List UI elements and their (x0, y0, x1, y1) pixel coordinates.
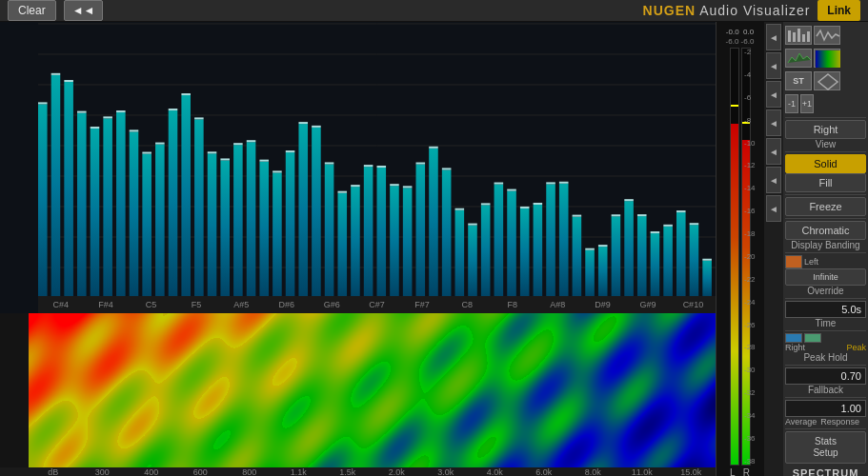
arrow-btn-3[interactable]: ◄ (766, 81, 781, 108)
topbar: Clear ◄◄ NUGEN Audio Visualizer Link (0, 0, 868, 22)
svg-rect-5 (816, 50, 840, 68)
left-color-box (785, 255, 802, 268)
note-label: F#4 (83, 300, 128, 309)
meter-db-label: -34 (744, 411, 763, 420)
meter-scale-row2: -6.0 -6.0 (726, 37, 755, 46)
meter-bar-left (730, 48, 739, 466)
time-input[interactable] (785, 301, 866, 318)
solid-button[interactable]: Solid (785, 154, 866, 173)
average-label: Average (785, 417, 817, 426)
note-label: F5 (173, 300, 218, 309)
note-label: D#6 (264, 300, 309, 309)
view-icons-row4: -1 +1 (785, 92, 866, 115)
note-label: C5 (129, 300, 173, 309)
response-input[interactable] (785, 400, 866, 417)
note-labels: C#4F#4C5F5A#5D#6G#6C#7F#7C8F8A#8D#9G#9C#… (38, 296, 716, 313)
meter-db-label: -26 (744, 321, 763, 329)
meter-db-label: -10 (744, 139, 763, 148)
panel-inner: ◄ ◄ ◄ ◄ ◄ ◄ ◄ (764, 22, 868, 476)
note-label: C8 (445, 300, 490, 309)
freq-label: 11.0k (617, 467, 667, 476)
spectrogram-canvas[interactable] (0, 313, 716, 467)
svg-marker-6 (818, 74, 838, 89)
r-label: R (743, 467, 750, 476)
meter-db-label: -18 (744, 229, 763, 238)
view-btn-st[interactable]: ST (785, 71, 812, 90)
spectrogram: dB dB3004006008001.1k1.5k2.0k3.0k4.0k6.0… (0, 313, 716, 476)
arrows-column: ◄ ◄ ◄ ◄ ◄ ◄ ◄ (764, 22, 783, 476)
svg-rect-3 (802, 34, 805, 42)
fill-button[interactable]: Fill (785, 173, 866, 192)
meter-db-labels: -2-4-6-8-10-12-14-16-18-20-22-24-26-28-3… (744, 46, 763, 467)
channel-button[interactable]: Right (785, 120, 866, 139)
note-label: D#9 (580, 300, 625, 309)
svg-rect-4 (807, 31, 810, 42)
left-channel-label: Left (804, 257, 866, 267)
app-title: NUGEN Audio Visualizer (643, 3, 811, 18)
freq-label: 4.0k (471, 467, 520, 476)
chromatic-button[interactable]: Chromatic (785, 221, 866, 240)
note-label: C#4 (38, 300, 83, 309)
meter-fill-left (731, 124, 738, 465)
freq-label: 15.0k (667, 467, 717, 476)
left-override-row: Left (785, 255, 866, 268)
stats-setup-row: Stats Setup (785, 431, 866, 464)
fallback-input[interactable] (785, 367, 866, 385)
avg-response-row: Average Response (785, 417, 866, 426)
spectrum-area: -10.0dB-20.0dB-30.0dB-40.0dB-50.0dB-60.0… (0, 22, 716, 476)
view-btn-wave[interactable] (814, 26, 840, 45)
link-button[interactable]: Link (818, 0, 860, 21)
view-btn-bars[interactable] (785, 26, 812, 45)
freq-label: 1.5k (323, 467, 373, 476)
peak-color-box (804, 333, 821, 343)
clear-button[interactable]: Clear (8, 0, 56, 21)
minus-one-btn[interactable]: -1 (785, 94, 798, 113)
arrow-btn-2[interactable]: ◄ (766, 52, 781, 79)
spectrum-label: SPECTRUM (785, 464, 866, 476)
freq-label: 600 (176, 467, 226, 476)
svg-rect-1 (793, 32, 796, 42)
plus-one-btn[interactable]: +1 (800, 94, 814, 113)
app: Clear ◄◄ NUGEN Audio Visualizer Link -10… (0, 0, 868, 476)
infinite-button[interactable]: Infinite (785, 268, 866, 286)
peak-hold-row (785, 333, 866, 343)
svg-rect-0 (788, 30, 791, 42)
meter-db-label: -4 (744, 70, 763, 79)
note-label: A#5 (219, 300, 264, 309)
freq-label: 800 (225, 467, 274, 476)
view-btn-spec[interactable] (814, 49, 840, 68)
title-nugen: NUGEN (643, 3, 696, 18)
arrow-btn-7[interactable]: ◄ (766, 195, 781, 222)
note-label: C#10 (671, 300, 716, 309)
meter-db-label: -6 (744, 93, 763, 102)
title-rest: Audio Visualizer (696, 3, 810, 18)
display-banding-label: Display Banding (785, 240, 866, 250)
freq-label: 1.1k (274, 467, 324, 476)
meter-peak-left (731, 105, 738, 107)
arrow-btn-5[interactable]: ◄ (766, 138, 781, 165)
lr-label: L R (730, 467, 750, 476)
back-button[interactable]: ◄◄ (64, 0, 104, 21)
arrow-btn-1[interactable]: ◄ (766, 24, 781, 50)
view-btn-diamond[interactable] (814, 71, 840, 90)
freq-label: 8.0k (569, 467, 618, 476)
freq-label: 2.0k (373, 467, 422, 476)
freq-label: 6.0k (519, 467, 569, 476)
freeze-button[interactable]: Freeze (785, 197, 866, 216)
note-label: G#9 (625, 300, 670, 309)
meter-db-label: -14 (744, 184, 763, 192)
time-label: Time (785, 318, 866, 328)
meter-db-label: -28 (744, 343, 763, 351)
peak-label: Peak (846, 343, 866, 352)
arrow-btn-4[interactable]: ◄ (766, 109, 781, 136)
meter-bars: -2-4-6-8-10-12-14-16-18-20-22-24-26-28-3… (717, 46, 763, 467)
view-icons-row (785, 24, 866, 47)
meter-db-label: -36 (744, 434, 763, 443)
arrow-btn-6[interactable]: ◄ (766, 167, 781, 193)
controls-col: ST -1 +1 Right View Solid (783, 22, 868, 476)
meter-db-label: -22 (744, 275, 763, 284)
main-area: -10.0dB-20.0dB-30.0dB-40.0dB-50.0dB-60.0… (0, 22, 868, 476)
spectrum-canvas[interactable] (0, 22, 716, 313)
stats-setup-button[interactable]: Stats Setup (785, 431, 866, 464)
view-btn-fill[interactable] (785, 49, 812, 68)
